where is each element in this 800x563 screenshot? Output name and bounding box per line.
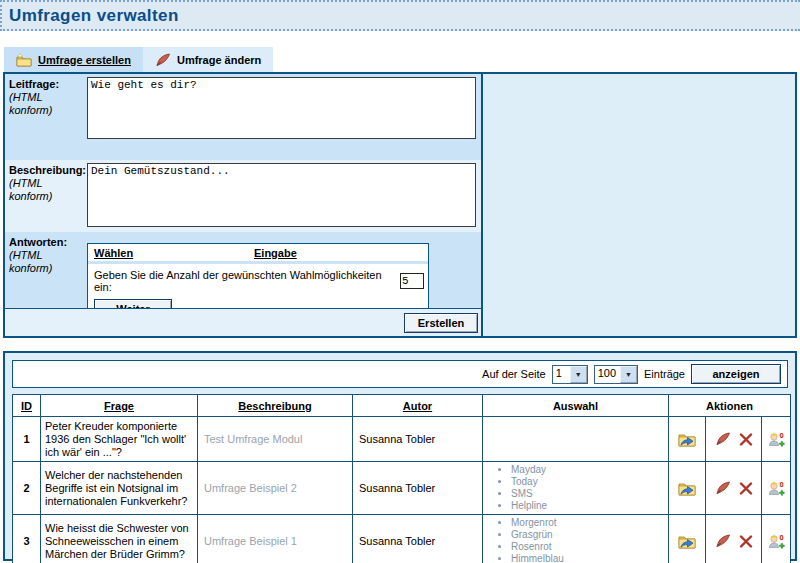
beschreibung-row: Beschreibung: (HTML konform) Dein Gemüts… xyxy=(5,160,481,232)
tab-umfrage-aendern[interactable]: Umfrage ändern xyxy=(143,47,273,72)
beschreibung-textarea[interactable]: Dein Gemütszustand... xyxy=(87,163,476,227)
header-id[interactable]: ID xyxy=(13,395,41,417)
chevron-down-icon: ▼ xyxy=(620,366,637,383)
choice-list: MorgenrotGrasgrünRosenrotHimmelblau xyxy=(485,517,666,563)
page-title: Umfragen verwalten xyxy=(2,6,179,26)
form-footer: Erstellen xyxy=(5,308,481,336)
svg-text:0: 0 xyxy=(780,480,784,489)
create-survey-panel: Leitfrage: (HTML konform) Wie geht es di… xyxy=(3,72,797,338)
erstellen-button[interactable]: Erstellen xyxy=(404,313,478,333)
create-survey-form: Leitfrage: (HTML konform) Wie geht es di… xyxy=(5,74,483,336)
action-cell-edit-delete xyxy=(706,417,762,462)
choice-item: Morgenrot xyxy=(511,517,666,529)
chevron-down-icon: ▼ xyxy=(570,366,587,383)
row-autor: Susanna Tobler xyxy=(353,515,483,563)
tab-bar: Umfrage erstellen Umfrage ändern xyxy=(0,47,800,72)
table-row: 2Welcher der nachstehenden Begriffe ist … xyxy=(13,462,791,515)
results-folder-icon[interactable] xyxy=(678,432,696,447)
row-autor: Susanna Tobler xyxy=(353,462,483,515)
row-auswahl xyxy=(483,417,669,462)
count-label: Geben Sie die Anzahl der gewünschten Wah… xyxy=(94,269,397,293)
edit-quill-icon xyxy=(155,53,171,67)
action-cell-edit-delete xyxy=(706,462,762,515)
tab-label-aendern: Umfrage ändern xyxy=(177,54,261,66)
row-beschreibung: Test Umfrage Modul xyxy=(198,417,353,462)
eingabe-link[interactable]: Eingabe xyxy=(254,247,297,259)
survey-table: ID Frage Beschreibung Autor Auswahl Akti… xyxy=(12,394,791,563)
action-cell-add-user: 0 xyxy=(762,515,791,563)
per-page-select[interactable]: 100 ▼ xyxy=(594,365,638,384)
tab-label-erstellen: Umfrage erstellen xyxy=(38,54,131,66)
action-cell-results xyxy=(669,462,706,515)
edit-quill-icon[interactable] xyxy=(715,534,731,548)
delete-x-icon[interactable] xyxy=(739,535,753,548)
pager-controls: Auf der Seite 1 ▼ 100 ▼ Einträge anzeige… xyxy=(12,360,788,388)
action-cell-add-user: 0 xyxy=(762,417,791,462)
new-folder-icon xyxy=(16,53,32,67)
header-aktionen: Aktionen xyxy=(669,395,791,417)
pager-prefix-label: Auf der Seite xyxy=(482,368,546,380)
leitfrage-row: Leitfrage: (HTML konform) Wie geht es di… xyxy=(5,74,481,160)
leitfrage-label: Leitfrage: (HTML konform) xyxy=(5,74,87,160)
choice-item: Mayday xyxy=(511,464,666,476)
row-auswahl: MaydayTodaySMSHelpline xyxy=(483,462,669,515)
header-autor[interactable]: Autor xyxy=(353,395,483,417)
choice-item: SMS xyxy=(511,488,666,500)
count-input[interactable] xyxy=(400,273,424,289)
results-folder-icon[interactable] xyxy=(678,534,696,549)
leitfrage-textarea[interactable]: Wie geht es dir? xyxy=(87,77,476,139)
row-frage: Peter Kreuder komponierte 1936 den Schla… xyxy=(41,417,198,462)
row-id: 3 xyxy=(13,515,41,563)
header-auswahl: Auswahl xyxy=(483,395,669,417)
row-id: 1 xyxy=(13,417,41,462)
page-header: Umfragen verwalten xyxy=(0,0,800,31)
choice-item: Helpline xyxy=(511,500,666,512)
page-select[interactable]: 1 ▼ xyxy=(552,365,588,384)
row-autor: Susanna Tobler xyxy=(353,417,483,462)
choice-item: Rosenrot xyxy=(511,541,666,553)
tab-umfrage-erstellen[interactable]: Umfrage erstellen xyxy=(4,47,143,72)
edit-quill-icon[interactable] xyxy=(715,432,731,446)
action-cell-results xyxy=(669,515,706,563)
edit-quill-icon[interactable] xyxy=(715,481,731,495)
add-user-zero-icon[interactable]: 0 xyxy=(767,480,786,496)
pager-suffix-label: Einträge xyxy=(644,368,685,380)
row-frage: Wie heisst die Schwester von Schneeweiss… xyxy=(41,515,198,563)
action-cell-results xyxy=(669,417,706,462)
results-folder-icon[interactable] xyxy=(678,481,696,496)
delete-x-icon[interactable] xyxy=(739,482,753,495)
choice-list: MaydayTodaySMSHelpline xyxy=(485,464,666,512)
choice-item: Today xyxy=(511,476,666,488)
antworten-row: Antworten: (HTML konform) Wählen Eingabe… xyxy=(5,232,481,308)
choice-item: Grasgrün xyxy=(511,529,666,541)
survey-table-body: 1Peter Kreuder komponierte 1936 den Schl… xyxy=(13,417,791,563)
beschreibung-label: Beschreibung: (HTML konform) xyxy=(5,160,87,232)
waehlen-link[interactable]: Wählen xyxy=(94,247,254,259)
anzeigen-button[interactable]: anzeigen xyxy=(691,364,781,384)
action-cell-add-user: 0 xyxy=(762,462,791,515)
table-row: 3Wie heisst die Schwester von Schneeweis… xyxy=(13,515,791,563)
header-beschreibung[interactable]: Beschreibung xyxy=(198,395,353,417)
survey-list-panel: Auf der Seite 1 ▼ 100 ▼ Einträge anzeige… xyxy=(3,351,797,561)
header-frage[interactable]: Frage xyxy=(41,395,198,417)
row-beschreibung: Umfrage Beispiel 2 xyxy=(198,462,353,515)
svg-text:0: 0 xyxy=(780,533,784,542)
row-frage: Welcher der nachstehenden Begriffe ist e… xyxy=(41,462,198,515)
table-row: 1Peter Kreuder komponierte 1936 den Schl… xyxy=(13,417,791,462)
choice-item: Himmelblau xyxy=(511,553,666,563)
delete-x-icon[interactable] xyxy=(739,433,753,446)
antworten-label: Antworten: (HTML konform) xyxy=(5,232,87,308)
row-auswahl: MorgenrotGrasgrünRosenrotHimmelblau xyxy=(483,515,669,563)
row-beschreibung: Umfrage Beispiel 1 xyxy=(198,515,353,563)
table-header-row: ID Frage Beschreibung Autor Auswahl Akti… xyxy=(13,395,791,417)
action-cell-edit-delete xyxy=(706,515,762,563)
row-id: 2 xyxy=(13,462,41,515)
svg-text:0: 0 xyxy=(780,431,784,440)
add-user-zero-icon[interactable]: 0 xyxy=(767,533,786,549)
add-user-zero-icon[interactable]: 0 xyxy=(767,431,786,447)
